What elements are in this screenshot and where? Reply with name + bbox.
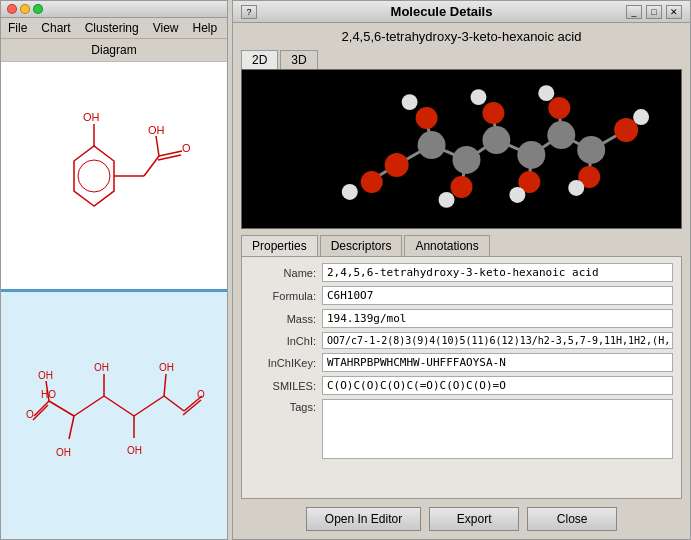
menu-view[interactable]: View	[150, 20, 182, 36]
svg-line-15	[34, 401, 49, 416]
tab-properties[interactable]: Properties	[241, 235, 318, 256]
prop-row-name: Name:	[250, 263, 673, 282]
diagram-bottom: O OH OH OH OH OH O HO	[1, 292, 227, 539]
traffic-lights	[7, 4, 43, 14]
export-button[interactable]: Export	[429, 507, 519, 531]
prop-label-inchikey: InChIKey:	[250, 357, 322, 369]
menu-clustering[interactable]: Clustering	[82, 20, 142, 36]
prop-value-mass[interactable]	[322, 309, 673, 328]
svg-point-69	[568, 180, 584, 196]
svg-point-50	[482, 126, 510, 154]
prop-label-mass: Mass:	[250, 313, 322, 325]
svg-line-3	[144, 156, 159, 176]
prop-label-tags: Tags:	[250, 399, 322, 413]
close-button[interactable]: Close	[527, 507, 617, 531]
prop-label-inchi: InChI:	[250, 335, 322, 347]
svg-point-63	[342, 184, 358, 200]
prop-row-inchikey: InChIKey:	[250, 353, 673, 372]
prop-tabs: Properties Descriptors Annotations	[233, 229, 690, 256]
svg-text:OH: OH	[94, 362, 109, 373]
svg-text:OH: OH	[159, 362, 174, 373]
right-titlebar: ? Molecule Details _ □ ✕	[233, 1, 690, 23]
left-titlebar	[1, 1, 227, 18]
close-button-left[interactable]	[7, 4, 17, 14]
minimize-button-left[interactable]	[20, 4, 30, 14]
svg-point-70	[633, 109, 649, 125]
svg-point-56	[416, 107, 438, 129]
view-tabs: 2D 3D	[233, 50, 690, 69]
prop-value-formula[interactable]	[322, 286, 673, 305]
tab-3d[interactable]: 3D	[280, 50, 317, 69]
svg-line-20	[183, 400, 201, 415]
prop-value-inchikey[interactable]	[322, 353, 673, 372]
menu-file[interactable]: File	[5, 20, 30, 36]
prop-label-smiles: SMILES:	[250, 380, 322, 392]
molecule-3d-svg	[242, 70, 681, 228]
svg-text:OH: OH	[38, 370, 53, 381]
svg-line-24	[164, 374, 166, 396]
svg-point-51	[517, 141, 545, 169]
help-icon[interactable]: ?	[241, 5, 257, 19]
svg-line-16	[33, 405, 48, 420]
menu-help[interactable]: Help	[190, 20, 221, 36]
svg-text:O: O	[197, 389, 205, 400]
svg-line-23	[69, 416, 74, 439]
svg-point-54	[385, 153, 409, 177]
diagram-top: O OH OH	[1, 62, 227, 292]
left-panel: File Chart Clustering View Help Diagram	[0, 0, 228, 540]
prop-row-formula: Formula:	[250, 286, 673, 305]
svg-text:O: O	[182, 142, 191, 154]
left-menu: File Chart Clustering View Help	[1, 18, 227, 39]
prop-value-name[interactable]	[322, 263, 673, 282]
minimize-icon[interactable]: _	[626, 5, 642, 19]
svg-line-11	[74, 396, 104, 416]
molecule-name-header: 2,4,5,6-tetrahydroxy-3-keto-hexanoic aci…	[233, 23, 690, 50]
svg-point-55	[361, 171, 383, 193]
svg-text:OH: OH	[148, 124, 165, 136]
prop-row-tags: Tags:	[250, 399, 673, 459]
tab-2d[interactable]: 2D	[241, 50, 278, 69]
properties-panel: Name: Formula: Mass: InChI: InChIKey: SM…	[241, 256, 682, 499]
svg-text:OH: OH	[56, 447, 71, 458]
svg-point-65	[439, 192, 455, 208]
prop-row-mass: Mass:	[250, 309, 673, 328]
titlebar-icons: _ □ ✕	[626, 5, 682, 19]
prop-value-tags[interactable]	[322, 399, 673, 459]
svg-text:OH: OH	[127, 445, 142, 456]
svg-point-53	[577, 136, 605, 164]
svg-line-13	[134, 396, 164, 416]
svg-point-64	[402, 94, 418, 110]
svg-text:OH: OH	[83, 111, 100, 123]
svg-point-49	[453, 146, 481, 174]
tab-annotations[interactable]: Annotations	[404, 235, 489, 256]
svg-point-57	[451, 176, 473, 198]
svg-text:HO: HO	[41, 389, 56, 400]
maximize-button-left[interactable]	[33, 4, 43, 14]
open-editor-button[interactable]: Open In Editor	[306, 507, 421, 531]
prop-value-smiles[interactable]	[322, 376, 673, 395]
svg-line-14	[49, 401, 74, 416]
bottom-buttons: Open In Editor Export Close	[233, 499, 690, 539]
svg-point-66	[470, 89, 486, 105]
tab-descriptors[interactable]: Descriptors	[320, 235, 403, 256]
svg-point-48	[418, 131, 446, 159]
maximize-icon[interactable]: □	[646, 5, 662, 19]
svg-point-67	[509, 187, 525, 203]
menu-chart[interactable]: Chart	[38, 20, 73, 36]
molecule-diagram-top: O OH OH	[14, 76, 214, 276]
svg-point-68	[538, 85, 554, 101]
diagram-label: Diagram	[1, 39, 227, 62]
prop-row-smiles: SMILES:	[250, 376, 673, 395]
svg-point-60	[548, 97, 570, 119]
svg-point-1	[78, 160, 110, 192]
prop-value-inchi[interactable]	[322, 332, 673, 349]
svg-point-52	[547, 121, 575, 149]
svg-text:O: O	[26, 409, 34, 420]
close-icon[interactable]: ✕	[666, 5, 682, 19]
molecule-diagram-bottom: O OH OH OH OH OH O HO	[14, 326, 214, 506]
prop-label-formula: Formula:	[250, 290, 322, 302]
svg-marker-0	[74, 146, 114, 206]
prop-row-inchi: InChI:	[250, 332, 673, 349]
molecule-3d-viewer	[241, 69, 682, 229]
diagram-area: O OH OH	[1, 62, 227, 539]
